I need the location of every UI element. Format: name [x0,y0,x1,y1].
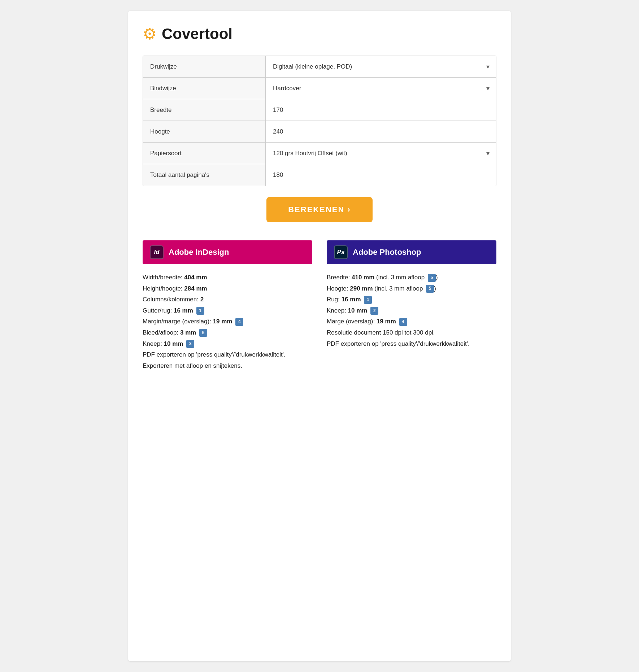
photoshop-line-0: Breedte: 410 mm (incl. 3 mm afloop 5) [327,272,496,283]
form-row-papiersoort: Papiersoort 120 grs Houtvrij Offset (wit… [143,143,496,164]
select-drukwijze[interactable]: Digitaal (kleine oplage, POD) [266,56,496,77]
input-paginas[interactable]: 180 [266,164,496,186]
results-section: Id Adobe InDesign Width/breedte: 404 mm … [143,240,496,371]
photoshop-line-2: Rug: 16 mm 1 [327,294,496,305]
form-row-bindwijze: Bindwijze Hardcover [143,78,496,99]
indesign-header: Id Adobe InDesign [143,240,312,264]
indesign-line-1: Height/hoogte: 284 mm [143,283,312,294]
badge-ps-5a: 5 [428,274,436,282]
badge-2: 2 [186,340,194,348]
indesign-line-4: Margin/marge (overslag): 19 mm 4 [143,316,312,327]
photoshop-line-6: PDF exporteren op 'press quality'/'drukw… [327,339,496,350]
select-papiersoort[interactable]: 120 grs Houtvrij Offset (wit) [266,143,496,164]
photoshop-line-4: Marge (overslag): 19 mm 4 [327,316,496,327]
label-drukwijze: Drukwijze [143,56,266,77]
gear-icon: ⚙ [143,26,157,42]
badge-ps-4: 4 [399,318,407,326]
indesign-line-6: Kneep: 10 mm 2 [143,339,312,350]
form-row-hoogte: Hoogte 240 [143,121,496,143]
form-row-paginas: Totaal aantal pagina's 180 [143,164,496,186]
photoshop-line-3: Kneep: 10 mm 2 [327,305,496,317]
photoshop-header: Ps Adobe Photoshop [327,240,496,264]
form-row-breedte: Breedte 170 [143,99,496,121]
photoshop-icon: Ps [334,245,348,259]
indesign-line-2: Columns/kolommen: 2 [143,294,312,305]
form-section: Drukwijze Digitaal (kleine oplage, POD) … [143,56,496,186]
indesign-line-0: Width/breedte: 404 mm [143,272,312,283]
form-row-drukwijze: Drukwijze Digitaal (kleine oplage, POD) [143,56,496,78]
indesign-icon: Id [150,245,164,259]
indesign-title: Adobe InDesign [169,248,229,257]
indesign-body: Width/breedte: 404 mm Height/hoogte: 284… [143,272,312,371]
result-indesign: Id Adobe InDesign Width/breedte: 404 mm … [143,240,312,371]
photoshop-line-5: Resolutie document 150 dpi tot 300 dpi. [327,327,496,339]
select-bindwijze[interactable]: Hardcover [266,78,496,99]
input-breedte[interactable]: 170 [266,99,496,121]
label-breedte: Breedte [143,99,266,121]
badge-ps-5b: 5 [426,285,434,293]
indesign-line-7: PDF exporteren op 'press quality'/'drukw… [143,349,312,361]
badge-ps-1: 1 [364,296,372,304]
label-papiersoort: Papiersoort [143,143,266,164]
berekenen-button[interactable]: BEREKENEN › [266,197,373,222]
badge-1: 1 [196,307,204,315]
label-paginas: Totaal aantal pagina's [143,164,266,186]
indesign-line-3: Gutter/rug: 16 mm 1 [143,305,312,317]
indesign-line-8: Exporteren met afloop en snijtekens. [143,361,312,372]
indesign-line-5: Bleed/afloop: 3 mm 5 [143,327,312,339]
label-bindwijze: Bindwijze [143,78,266,99]
header: ⚙ Covertool [143,25,496,43]
result-photoshop: Ps Adobe Photoshop Breedte: 410 mm (incl… [327,240,496,371]
badge-5: 5 [199,329,207,337]
badge-4: 4 [235,318,243,326]
input-hoogte[interactable]: 240 [266,121,496,142]
label-hoogte: Hoogte [143,121,266,142]
app-title: Covertool [162,25,232,43]
badge-ps-2: 2 [370,307,378,315]
photoshop-body: Breedte: 410 mm (incl. 3 mm afloop 5) Ho… [327,272,496,349]
main-container: ⚙ Covertool Drukwijze Digitaal (kleine o… [128,11,511,661]
photoshop-line-1: Hoogte: 290 mm (incl. 3 mm afloop 5) [327,283,496,294]
photoshop-title: Adobe Photoshop [353,248,421,257]
